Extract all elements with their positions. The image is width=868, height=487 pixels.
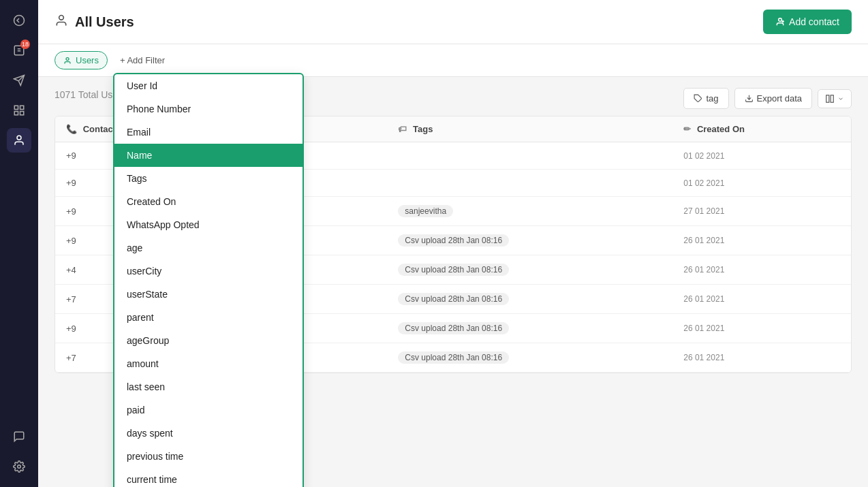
- grid-icon[interactable]: [7, 98, 31, 123]
- svg-rect-9: [20, 112, 24, 115]
- svg-point-16: [66, 57, 69, 60]
- svg-rect-19: [826, 95, 829, 102]
- tag-badge: Csv upload 28th Jan 08:16: [398, 293, 509, 305]
- dropdown-item-days-spent[interactable]: days spent: [114, 422, 303, 445]
- svg-point-13: [779, 18, 782, 22]
- dropdown-item-created-on[interactable]: Created On: [114, 190, 303, 213]
- dropdown-item-email[interactable]: Email: [114, 121, 303, 144]
- tag-button[interactable]: tag: [683, 88, 728, 109]
- svg-rect-8: [14, 112, 18, 115]
- dropdown-item-user-id[interactable]: User Id: [114, 74, 303, 97]
- main-content: All Users Add contact Users + Add Filter…: [38, 0, 868, 487]
- add-filter-button[interactable]: + Add Filter: [114, 52, 170, 69]
- notification-icon[interactable]: 18: [7, 38, 31, 63]
- tag-badge: Csv upload 28th Jan 08:16: [398, 264, 509, 276]
- date-cell: 01 02 2021: [672, 142, 851, 170]
- svg-point-0: [14, 16, 25, 26]
- notification-badge: 18: [20, 40, 30, 49]
- col-tags: 🏷 Tags: [387, 116, 672, 142]
- date-cell: 26 01 2021: [672, 343, 851, 373]
- dropdown-item-user-city[interactable]: userCity: [114, 260, 303, 283]
- tags-cell: sanjeevitha: [387, 197, 672, 226]
- col-created-on: ✏ Created On: [672, 116, 851, 142]
- dropdown-item-paid[interactable]: paid: [114, 398, 303, 422]
- home-icon[interactable]: [7, 8, 31, 33]
- tags-cell: Csv upload 28th Jan 08:16: [387, 255, 672, 285]
- svg-rect-7: [20, 106, 24, 109]
- date-cell: 26 01 2021: [672, 285, 851, 314]
- dropdown-item-amount[interactable]: amount: [114, 352, 303, 375]
- page-header: All Users Add contact: [38, 0, 868, 44]
- tags-cell: [387, 142, 672, 170]
- total-count: 1071 Total Us...: [55, 89, 121, 100]
- header-left: All Users: [55, 14, 134, 31]
- export-button[interactable]: Export data: [734, 88, 813, 109]
- tag-badge: Csv upload 28th Jan 08:16: [398, 351, 509, 364]
- add-contact-button[interactable]: Add contact: [763, 10, 852, 34]
- users-filter-pill[interactable]: Users: [55, 51, 108, 69]
- dropdown-item-current-time[interactable]: current time: [114, 468, 303, 487]
- users-icon[interactable]: [7, 128, 31, 153]
- tags-cell: Csv upload 28th Jan 08:16: [387, 285, 672, 314]
- settings-icon[interactable]: [7, 454, 31, 479]
- date-cell: 27 01 2021: [672, 197, 851, 226]
- dropdown-item-user-state[interactable]: userState: [114, 283, 303, 306]
- dropdown-item-phone-number[interactable]: Phone Number: [114, 97, 303, 121]
- tag-badge: Csv upload 28th Jan 08:16: [398, 322, 509, 334]
- dropdown-item-age-group[interactable]: ageGroup: [114, 329, 303, 352]
- dropdown-item-parent[interactable]: parent: [114, 306, 303, 329]
- date-cell: 26 01 2021: [672, 255, 851, 285]
- tag-label: tag: [706, 93, 718, 104]
- tags-cell: [387, 170, 672, 197]
- dropdown-item-last-seen[interactable]: last seen: [114, 375, 303, 398]
- page-title: All Users: [75, 14, 134, 30]
- dropdown-item-age[interactable]: age: [114, 236, 303, 260]
- tag-badge: sanjeevitha: [398, 205, 453, 217]
- tags-cell: Csv upload 28th Jan 08:16: [387, 343, 672, 373]
- toolbar: Users + Add Filter User Id Phone Number …: [38, 44, 868, 77]
- svg-rect-20: [831, 95, 833, 102]
- date-cell: 26 01 2021: [672, 226, 851, 255]
- date-cell: 26 01 2021: [672, 314, 851, 343]
- users-header-icon: [55, 14, 68, 31]
- add-filter-label: + Add Filter: [120, 55, 165, 65]
- tags-cell: Csv upload 28th Jan 08:16: [387, 314, 672, 343]
- chat-icon[interactable]: [7, 424, 31, 449]
- dropdown-item-previous-time[interactable]: previous time: [114, 445, 303, 468]
- svg-point-11: [18, 465, 21, 469]
- dropdown-item-name[interactable]: Name: [114, 144, 303, 167]
- svg-rect-6: [14, 106, 18, 109]
- tag-badge: Csv upload 28th Jan 08:16: [398, 234, 509, 247]
- svg-point-10: [17, 136, 21, 140]
- export-label: Export data: [757, 93, 803, 104]
- dropdown-item-whatsapp-opted[interactable]: WhatsApp Opted: [114, 213, 303, 236]
- dropdown-item-tags[interactable]: Tags: [114, 167, 303, 190]
- date-cell: 01 02 2021: [672, 170, 851, 197]
- sidebar: 18: [0, 0, 38, 487]
- add-contact-label: Add contact: [789, 16, 839, 27]
- svg-point-12: [59, 15, 64, 20]
- send-icon[interactable]: [7, 68, 31, 93]
- filter-pill-label: Users: [76, 55, 99, 65]
- filter-dropdown: User Id Phone Number Email Name Tags Cre…: [113, 73, 304, 487]
- tags-cell: Csv upload 28th Jan 08:16: [387, 226, 672, 255]
- column-toggle[interactable]: [818, 89, 852, 108]
